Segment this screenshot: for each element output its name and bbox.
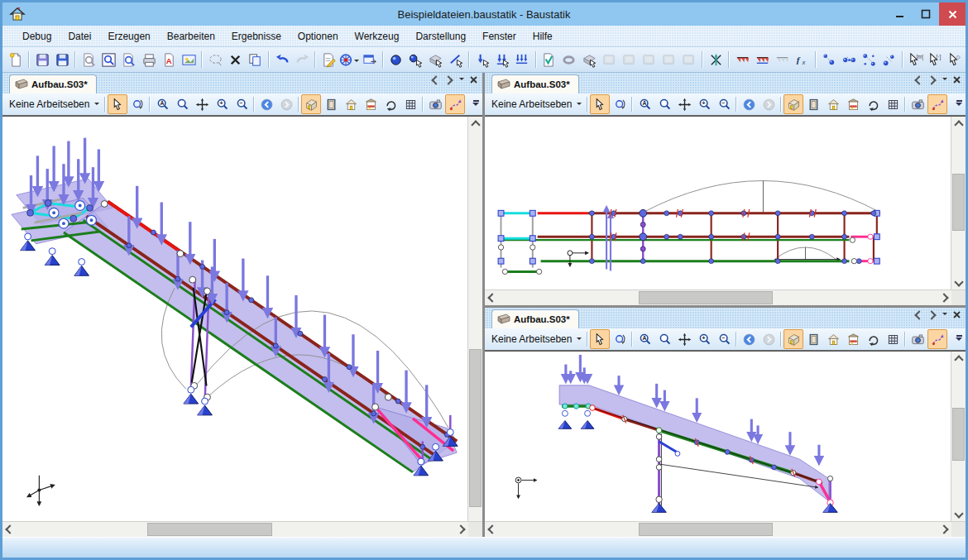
toolbar-overflow-button[interactable] — [953, 330, 965, 348]
new-file-button[interactable] — [6, 50, 26, 70]
view-isometric-button[interactable] — [301, 94, 321, 114]
area-load-button[interactable] — [513, 50, 533, 70]
vertical-scrollbar[interactable] — [951, 117, 966, 290]
menu-item-optionen[interactable]: Optionen — [290, 28, 347, 45]
print-button[interactable] — [139, 50, 159, 70]
menu-item-datei[interactable]: Datei — [60, 28, 99, 45]
tab-close-icon[interactable] — [953, 76, 961, 84]
render-options-button[interactable] — [338, 50, 359, 70]
formula-button[interactable]: fx — [793, 50, 812, 70]
render-view-button[interactable] — [908, 329, 927, 349]
view-top-button[interactable] — [361, 94, 381, 114]
scroll-right-icon[interactable] — [938, 290, 951, 305]
orbit-view-button[interactable] — [610, 94, 630, 114]
view-side-button[interactable] — [823, 329, 843, 349]
pan-view-button[interactable] — [674, 329, 694, 349]
select-cursor-button[interactable] — [590, 329, 610, 349]
minimize-button[interactable] — [886, 2, 913, 26]
toolbar-overflow-button[interactable] — [953, 95, 965, 113]
toolbar-overflow-button[interactable] — [470, 95, 482, 113]
menu-item-fenster[interactable]: Fenster — [474, 28, 525, 45]
view-isometric-button[interactable] — [784, 329, 803, 349]
view-front-button[interactable] — [803, 329, 823, 349]
select-face-button[interactable] — [426, 50, 446, 70]
tab-scroll-right-icon[interactable] — [928, 77, 937, 84]
zoom-all-button[interactable]: A — [635, 94, 654, 114]
menu-item-darstellung[interactable]: Darstellung — [407, 28, 474, 45]
workplane-dropdown[interactable]: Keine Arbeitseben — [6, 97, 103, 112]
menu-item-debug[interactable]: Debug — [14, 28, 60, 45]
open-file-button[interactable] — [32, 50, 52, 70]
tab-scroll-left-icon[interactable] — [431, 77, 439, 84]
view-side-button[interactable] — [823, 94, 843, 114]
rotate-view-button[interactable] — [863, 329, 883, 349]
zoom-all-button[interactable]: A — [635, 329, 654, 349]
vertical-scrollbar[interactable] — [467, 117, 482, 521]
properties-button[interactable] — [319, 50, 338, 70]
animate-path-button[interactable] — [927, 329, 947, 349]
select-window-button[interactable]: [·] — [926, 50, 946, 70]
undo-button[interactable] — [272, 50, 292, 70]
view-top-button[interactable] — [843, 329, 863, 349]
create-section-button[interactable] — [559, 50, 579, 70]
toggle-grid-button[interactable] — [883, 329, 903, 349]
scroll-down-icon[interactable] — [951, 508, 966, 521]
tab-scroll-right-icon[interactable] — [928, 312, 937, 318]
zoom-window-button[interactable] — [172, 94, 192, 114]
view-previous-button[interactable] — [739, 94, 759, 114]
scroll-up-icon[interactable] — [951, 352, 966, 365]
line-load-button[interactable] — [492, 50, 512, 70]
tab-aufbau-left[interactable]: Aufbau.S03* — [9, 74, 97, 93]
tab-close-icon[interactable] — [953, 311, 961, 318]
select-cursor-button[interactable] — [108, 94, 127, 114]
scroll-left-icon[interactable] — [2, 522, 16, 537]
view-top-button[interactable] — [843, 94, 863, 114]
zoom-window-button[interactable] — [654, 94, 674, 114]
check-input-button[interactable] — [539, 50, 559, 70]
select-measure-button[interactable]: [m] — [906, 50, 926, 70]
scroll-up-icon[interactable] — [951, 117, 966, 130]
horizontal-scrollbar[interactable] — [485, 521, 966, 537]
tab-scroll-left-icon[interactable] — [914, 312, 922, 318]
title-bar[interactable]: Beispieldateien.baustatik - Baustatik — [2, 2, 966, 26]
create-node-button[interactable] — [386, 50, 406, 70]
select-node-button[interactable] — [406, 50, 426, 70]
window-layout-button[interactable] — [359, 50, 379, 70]
model-canvas-elevation[interactable] — [485, 352, 951, 521]
tab-list-icon[interactable] — [942, 78, 947, 83]
scroll-up-icon[interactable] — [468, 117, 482, 130]
tab-list-icon[interactable] — [942, 313, 947, 318]
export-pdf-button[interactable]: A — [159, 50, 179, 70]
scroll-right-icon[interactable] — [938, 522, 951, 537]
zoom-in-button[interactable]: + — [694, 329, 714, 349]
tab-aufbau-top-right[interactable]: Aufbau.S03* — [491, 74, 579, 93]
zoom-out-button[interactable]: − — [714, 329, 734, 349]
tab-close-icon[interactable] — [470, 76, 477, 84]
save-file-button[interactable] — [52, 50, 72, 70]
select-line-button[interactable] — [446, 50, 466, 70]
snap-nearest-button[interactable] — [879, 50, 899, 70]
page-view-button[interactable] — [99, 50, 119, 70]
workplane-dropdown[interactable]: Keine Arbeitseben — [488, 332, 585, 347]
lasso-select-button[interactable] — [205, 50, 225, 70]
edit-section-button[interactable] — [579, 50, 599, 70]
print-preview-button[interactable] — [79, 50, 98, 70]
zoom-document-button[interactable] — [119, 50, 139, 70]
zoom-out-button[interactable]: − — [714, 94, 734, 114]
tab-scroll-right-icon[interactable] — [445, 77, 453, 84]
view-front-button[interactable] — [321, 94, 341, 114]
select-polygon-button[interactable]: ◇ — [946, 50, 966, 70]
zoom-in-button[interactable]: + — [694, 94, 714, 114]
scroll-left-icon[interactable] — [485, 522, 498, 537]
animate-path-button[interactable] — [927, 94, 947, 114]
maximize-button[interactable] — [913, 2, 939, 26]
point-load-button[interactable] — [472, 50, 492, 70]
close-button[interactable] — [939, 2, 966, 26]
copy-button[interactable] — [246, 50, 266, 70]
render-view-button[interactable] — [425, 94, 445, 114]
menu-item-bearbeiten[interactable]: Bearbeiten — [159, 28, 223, 45]
export-image-button[interactable] — [179, 50, 199, 70]
tab-aufbau-bottom-right[interactable]: Aufbau.S03* — [491, 309, 579, 328]
animate-path-button[interactable] — [445, 94, 465, 114]
load-diagram-alt-button[interactable] — [752, 50, 772, 70]
